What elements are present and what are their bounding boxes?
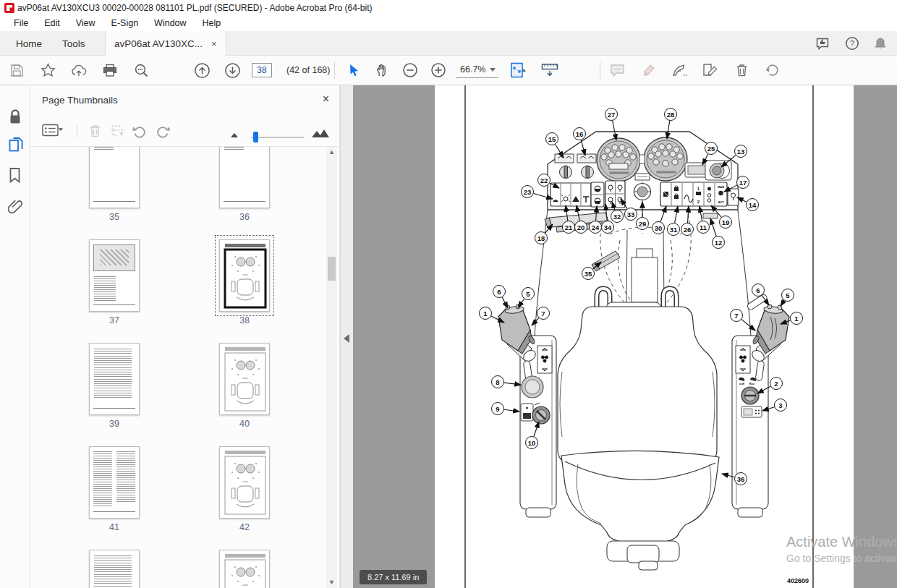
activate-windows-watermark: Activate Windows Go to Settings to activ… xyxy=(786,534,897,564)
attachments-icon[interactable] xyxy=(8,198,22,216)
zoom-in-thumbnails-icon[interactable] xyxy=(311,129,330,138)
comment-icon[interactable] xyxy=(606,59,628,81)
thumbnail-page-42[interactable]: 42 xyxy=(219,446,270,532)
thumbnail-page-36[interactable]: 36 xyxy=(219,147,270,222)
tab-document[interactable]: avP06at AV130XC... × xyxy=(105,31,226,56)
page-count-label: (42 of 168) xyxy=(286,65,330,75)
scroll-down-icon[interactable]: ▼ xyxy=(326,577,337,588)
callout-15: 15 xyxy=(545,132,558,145)
menu-item-file[interactable]: File xyxy=(6,17,36,30)
save-icon[interactable] xyxy=(6,59,27,81)
callout-7: 7 xyxy=(537,307,550,320)
zoom-in-icon[interactable] xyxy=(428,59,449,81)
callout-22: 22 xyxy=(537,174,550,187)
callout-18: 18 xyxy=(535,231,548,244)
pdf-page[interactable]: 1 2 MAN AUT xyxy=(435,85,854,588)
panel-close-icon[interactable]: × xyxy=(323,93,329,105)
menu-item-edit[interactable]: Edit xyxy=(36,17,68,30)
panel-collapse-strip xyxy=(340,85,353,588)
toolbar-separator xyxy=(334,61,335,79)
svg-text:AUT: AUT xyxy=(718,200,724,204)
left-nav-rail xyxy=(0,85,30,588)
thumbnail-page-37[interactable]: 37 xyxy=(89,239,140,325)
bookmarks-icon[interactable] xyxy=(8,167,22,184)
thumbnail-grid: 353637 3839 4041 42 xyxy=(30,147,340,588)
notification-bell-icon[interactable] xyxy=(874,37,887,51)
extract-page-icon[interactable] xyxy=(110,124,126,138)
thumbnail-page-40[interactable]: 40 xyxy=(219,343,270,429)
thumbnail-label: 41 xyxy=(89,522,140,532)
feedback-icon[interactable] xyxy=(815,37,830,51)
thumbnail-page-partial[interactable] xyxy=(219,550,270,588)
search-icon[interactable] xyxy=(130,59,152,81)
callout-5: 5 xyxy=(781,289,794,302)
thumbnail-page-38[interactable]: 38 xyxy=(219,239,270,325)
operator-station-diagram: 1 2 MAN AUT xyxy=(435,85,854,588)
help-icon[interactable]: ? xyxy=(845,36,859,51)
zoom-out-thumbnails-icon[interactable] xyxy=(230,132,240,138)
hand-tool-icon[interactable] xyxy=(371,59,393,81)
next-page-icon[interactable] xyxy=(221,59,243,81)
document-area: 1 2 MAN AUT xyxy=(353,85,897,588)
callout-25: 25 xyxy=(705,142,718,155)
star-icon[interactable] xyxy=(37,59,59,81)
tab-bar: Home Tools avP06at AV130XC... × ? xyxy=(0,31,897,56)
thumbnail-page-partial[interactable] xyxy=(89,550,140,588)
security-lock-icon[interactable] xyxy=(8,108,22,125)
callout-1: 1 xyxy=(479,307,492,320)
callout-27: 27 xyxy=(605,108,618,121)
highlighter-icon[interactable] xyxy=(637,59,659,81)
callout-7: 7 xyxy=(730,309,743,322)
select-tool-icon[interactable] xyxy=(343,59,365,81)
zoom-level-select[interactable]: 66.7% xyxy=(456,62,498,78)
callout-12: 12 xyxy=(712,236,725,249)
thumbnail-page-35[interactable]: 35 xyxy=(89,147,140,222)
tab-tools-label: Tools xyxy=(62,38,85,49)
rotate-right-icon[interactable] xyxy=(155,124,171,139)
thumbnail-size-slider-thumb[interactable] xyxy=(253,132,258,142)
thumbnail-page-39[interactable]: 39 xyxy=(89,343,140,429)
print-icon[interactable] xyxy=(99,59,121,81)
menu-item-e-sign[interactable]: E-Sign xyxy=(103,17,147,30)
page-number-input[interactable] xyxy=(252,63,272,77)
share-cloud-icon[interactable] xyxy=(68,59,90,81)
callout-31: 31 xyxy=(667,223,680,236)
page-thumbnails-icon[interactable] xyxy=(8,136,24,153)
callout-28: 28 xyxy=(664,108,677,121)
delete-page-icon[interactable] xyxy=(88,124,102,138)
menu-item-view[interactable]: View xyxy=(68,17,103,30)
scrollbar-thumb[interactable] xyxy=(328,257,336,281)
tab-tools[interactable]: Tools xyxy=(51,31,97,56)
callout-2: 2 xyxy=(770,377,783,390)
thumbnail-size-slider-track[interactable] xyxy=(251,137,304,138)
panel-scrollbar[interactable]: ▲ ▼ xyxy=(326,147,337,588)
page-fit-icon[interactable] xyxy=(505,59,532,81)
callout-6: 6 xyxy=(752,284,765,297)
redo-icon[interactable] xyxy=(762,59,783,81)
callout-32: 32 xyxy=(611,210,624,223)
watermark-line2: Go to Settings to activate xyxy=(786,553,897,564)
esign-pen-icon[interactable] xyxy=(668,59,690,81)
collapse-panel-icon[interactable] xyxy=(344,334,349,343)
tab-home-label: Home xyxy=(16,38,42,49)
menu-item-window[interactable]: Window xyxy=(146,17,194,30)
tab-home[interactable]: Home xyxy=(4,31,54,56)
thumbnail-label: 39 xyxy=(89,419,140,429)
thumbnail-label: 38 xyxy=(219,315,270,325)
scroll-up-icon[interactable]: ▲ xyxy=(326,147,337,158)
rotate-left-icon[interactable] xyxy=(132,124,148,139)
thumbnail-page-41[interactable]: 41 xyxy=(89,446,140,532)
callout-36: 36 xyxy=(734,472,747,485)
svg-text:MAN: MAN xyxy=(718,185,724,189)
callout-26: 26 xyxy=(681,223,694,236)
callout-5: 5 xyxy=(522,287,535,300)
ruler-tool-icon[interactable] xyxy=(539,59,561,81)
menu-item-help[interactable]: Help xyxy=(195,17,229,30)
thumbnail-options-icon[interactable] xyxy=(42,124,67,137)
zoom-out-icon[interactable] xyxy=(399,59,421,81)
tab-close-icon[interactable]: × xyxy=(211,38,217,49)
delete-pages-icon[interactable] xyxy=(731,59,752,81)
callout-20: 20 xyxy=(574,221,587,234)
previous-page-icon[interactable] xyxy=(191,59,213,81)
fill-sign-icon[interactable] xyxy=(700,59,721,81)
